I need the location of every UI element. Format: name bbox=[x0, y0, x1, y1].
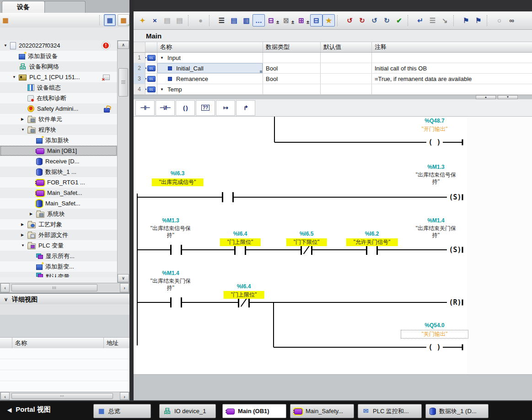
contact-nc[interactable] bbox=[238, 297, 250, 307]
tree-item[interactable]: ▶系统块 bbox=[0, 209, 117, 219]
tree-item[interactable]: 添加新块 bbox=[0, 135, 117, 145]
open-editor-button[interactable]: ▦→ bbox=[118, 14, 129, 26]
portal-view-button[interactable]: ◀ Portal 视图 bbox=[7, 405, 51, 414]
scroll-thumb[interactable] bbox=[11, 284, 97, 291]
operand-address[interactable]: %M1.4 bbox=[427, 217, 444, 224]
monitor-icon[interactable]: ∞ bbox=[505, 14, 518, 27]
default-value-cell[interactable] bbox=[321, 63, 372, 73]
splitter-up-button[interactable]: ▲ bbox=[476, 95, 496, 99]
open-networks-icon[interactable]: ▥ bbox=[240, 14, 253, 27]
operand-tag[interactable]: "出库完成信号" bbox=[152, 178, 204, 186]
operand-address[interactable]: %I6.5 bbox=[300, 231, 314, 237]
chevron-collapsed-icon[interactable]: ▶ bbox=[30, 212, 36, 216]
contact-no[interactable] bbox=[170, 245, 182, 255]
tree-item[interactable]: ▼PLC 变量 bbox=[0, 240, 117, 251]
operand-address[interactable]: %M1.3 bbox=[427, 164, 444, 170]
close-branch-button[interactable]: ↱ bbox=[236, 100, 255, 116]
operand-address[interactable]: %M1.3 bbox=[162, 217, 179, 224]
tree-item[interactable]: ▶工艺对象 bbox=[0, 219, 117, 230]
tree-item[interactable]: ▼20220227f0324! bbox=[0, 40, 117, 51]
next-error-icon[interactable]: ↻ bbox=[356, 14, 368, 27]
contact-no[interactable] bbox=[366, 245, 378, 255]
operand-tag[interactable]: "出库结束关门保持" bbox=[148, 278, 193, 291]
chevron-expanded-icon[interactable]: ▼ bbox=[21, 243, 27, 248]
operand-address[interactable]: %I6.3 bbox=[171, 170, 185, 177]
default-value-cell[interactable] bbox=[321, 84, 372, 94]
taskbar-item[interactable]: Main_Safety... bbox=[290, 404, 354, 418]
operand-tag[interactable]: "开门输出" bbox=[422, 125, 448, 133]
operand-tag[interactable]: "门上限位" bbox=[224, 291, 264, 299]
operand-address[interactable]: %Q54.0 bbox=[425, 322, 444, 328]
tree-item[interactable]: ▶外部源文件 bbox=[0, 230, 117, 240]
set-coil[interactable]: (S) bbox=[447, 193, 463, 202]
tree-horizontal-scrollbar[interactable]: ‹› bbox=[0, 283, 129, 293]
variable-row[interactable]: 401▼Temp bbox=[134, 84, 532, 95]
scroll-thumb[interactable] bbox=[11, 393, 113, 399]
operand-tag[interactable]: "允许关门信号" bbox=[346, 238, 398, 246]
tab-devices[interactable]: 设备 bbox=[2, 1, 45, 13]
fill-handle[interactable] bbox=[260, 70, 262, 73]
empty-box-button[interactable]: ?? bbox=[196, 100, 215, 116]
contact-no[interactable] bbox=[222, 192, 234, 202]
box-param-icon[interactable]: ⊠ bbox=[280, 14, 292, 27]
delete-network-icon[interactable]: × bbox=[149, 14, 161, 27]
chevron-expanded-icon[interactable]: ▼ bbox=[12, 75, 19, 79]
contact-nc-button[interactable]: ⊣/⊢ bbox=[156, 100, 175, 116]
next-bookmark-icon[interactable]: ⚑ bbox=[472, 14, 484, 27]
operand-address[interactable]: %I6.4 bbox=[233, 231, 247, 237]
delete-row-icon[interactable]: ▤ bbox=[173, 14, 186, 27]
operand-address[interactable]: %M1.4 bbox=[162, 270, 179, 276]
operand-tag[interactable]: "门下限位" bbox=[286, 238, 327, 246]
variable-name-cell[interactable]: ▼Temp bbox=[157, 84, 263, 94]
goto-network-icon[interactable]: ↵ bbox=[414, 14, 426, 27]
variable-row[interactable]: 201Initial_CallBoolInitial call of this … bbox=[134, 63, 532, 74]
goto-definition-icon[interactable]: ☰ bbox=[426, 14, 439, 27]
operand-tag[interactable]: "关门输出" bbox=[401, 330, 468, 339]
comments-toggle-icon[interactable]: … bbox=[253, 14, 265, 27]
column-header[interactable]: 默认值 bbox=[321, 42, 372, 52]
coil-button[interactable]: ( ) bbox=[176, 100, 195, 116]
operand-address[interactable]: %Q48.7 bbox=[425, 118, 444, 124]
tree-item[interactable]: Safety Admini... bbox=[0, 103, 117, 114]
default-value-cell[interactable] bbox=[321, 74, 372, 84]
coil[interactable]: ( ) bbox=[426, 138, 443, 147]
tree-item[interactable]: ▼PLC_1 [CPU 151... bbox=[0, 72, 117, 82]
sync-block-icon[interactable]: ↻ bbox=[381, 14, 393, 27]
tree-item[interactable]: 添加新设备 bbox=[0, 51, 117, 61]
expand-all-icon[interactable]: ☰ bbox=[215, 14, 228, 27]
tree-item[interactable]: Main [OB1] bbox=[0, 145, 117, 156]
splitter-down-button[interactable]: ▼ bbox=[498, 95, 518, 99]
scroll-up-button[interactable]: ∧ bbox=[118, 41, 129, 49]
default-value-cell[interactable] bbox=[321, 53, 372, 63]
operand-address[interactable]: %I6.4 bbox=[237, 283, 251, 290]
operand-tag[interactable]: "出库结束信号保持" bbox=[414, 172, 458, 185]
prev-bookmark-icon[interactable]: ⚑ bbox=[460, 14, 472, 27]
scroll-left-button[interactable]: ‹ bbox=[0, 392, 10, 400]
data-type-cell[interactable] bbox=[263, 84, 321, 94]
set-coil[interactable]: (S) bbox=[447, 245, 463, 254]
column-header[interactable]: 数据类型 bbox=[263, 42, 321, 52]
scroll-right-button[interactable]: › bbox=[120, 392, 129, 400]
tree-item[interactable]: 设备组态 bbox=[0, 82, 117, 93]
data-type-cell[interactable] bbox=[263, 53, 321, 63]
taskbar-item[interactable]: ✉PLC 监控和... bbox=[358, 404, 422, 418]
column-header[interactable]: 注释 bbox=[372, 42, 532, 52]
chevron-collapsed-icon[interactable]: ▶ bbox=[21, 222, 27, 226]
taskbar-item[interactable]: Main (OB1) bbox=[222, 404, 286, 418]
coil[interactable]: ( ) bbox=[426, 343, 443, 352]
panel-divider[interactable] bbox=[129, 0, 134, 400]
tree-item[interactable]: ▼程序块 bbox=[0, 124, 117, 135]
operand-view-icon[interactable]: ⊟ bbox=[310, 14, 322, 27]
operand-tag[interactable]: "出库结束关门保持" bbox=[414, 225, 458, 239]
chevron-collapsed-icon[interactable]: ▶ bbox=[21, 117, 27, 121]
goto-usage-icon[interactable]: ↘ bbox=[439, 14, 451, 27]
find-icon[interactable]: ○ bbox=[493, 14, 505, 27]
tree-item[interactable]: ▶软件单元 bbox=[0, 114, 117, 124]
comment-cell[interactable]: Initial call of this OB bbox=[372, 63, 532, 73]
operand-address[interactable]: %I6.2 bbox=[365, 231, 379, 237]
chevron-expanded-icon[interactable]: ▼ bbox=[21, 128, 27, 132]
taskbar-item[interactable]: 品IO device_1 bbox=[159, 404, 216, 418]
tree-item[interactable]: FOB_RTG1 ... bbox=[0, 177, 117, 188]
detail-view-horizontal-scrollbar[interactable]: ‹› bbox=[0, 392, 129, 400]
contact-nc[interactable] bbox=[301, 245, 312, 255]
